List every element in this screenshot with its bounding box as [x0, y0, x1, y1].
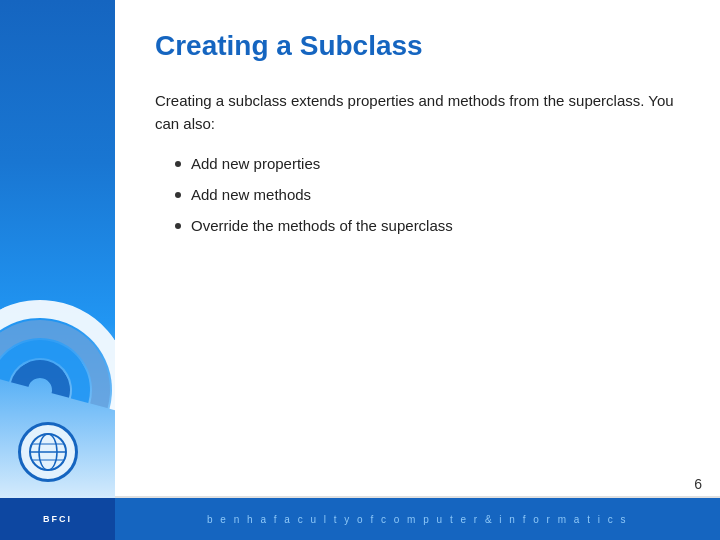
bottom-left-panel: BFCI: [0, 498, 115, 540]
bfci-label: BFCI: [43, 514, 72, 524]
logo-area: [18, 422, 88, 492]
intro-paragraph: Creating a subclass extends properties a…: [155, 90, 680, 135]
left-panel: [0, 0, 115, 540]
globe-icon: [27, 431, 69, 473]
slide-title: Creating a Subclass: [155, 30, 680, 62]
bullet-item-2: Add new methods: [175, 186, 680, 203]
slide-container: Creating a Subclass Creating a subclass …: [0, 0, 720, 540]
bullet-text-1: Add new properties: [191, 155, 320, 172]
page-number: 6: [694, 476, 702, 492]
bullet-dot-3: [175, 223, 181, 229]
bullet-item-1: Add new properties: [175, 155, 680, 172]
logo-circle: [18, 422, 78, 482]
bullet-dot-1: [175, 161, 181, 167]
bullet-list: Add new properties Add new methods Overr…: [155, 155, 680, 234]
bottom-tagline: B e n h a f a c u l t y o f c o m p u t …: [115, 514, 720, 525]
bullet-dot-2: [175, 192, 181, 198]
bottom-bar: BFCI B e n h a f a c u l t y o f c o m p…: [0, 498, 720, 540]
main-content: Creating a Subclass Creating a subclass …: [115, 0, 720, 498]
bullet-item-3: Override the methods of the superclass: [175, 217, 680, 234]
bullet-text-2: Add new methods: [191, 186, 311, 203]
bullet-text-3: Override the methods of the superclass: [191, 217, 453, 234]
